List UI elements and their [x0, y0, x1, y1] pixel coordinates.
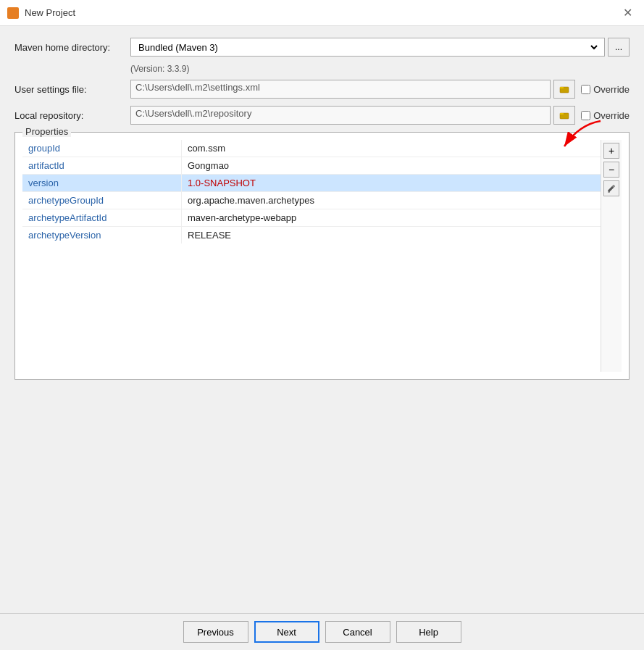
properties-actions: + −: [601, 140, 622, 372]
edit-property-button[interactable]: [603, 180, 619, 196]
next-button[interactable]: Next: [254, 621, 319, 643]
table-row[interactable]: archetypeGroupId org.apache.maven.archet…: [22, 192, 601, 209]
user-settings-override-label: Override: [581, 84, 630, 95]
local-repo-row: Local repository: C:\Users\dell\.m2\repo…: [14, 106, 630, 125]
prop-value-artifactid: Gongmao: [182, 157, 601, 174]
prop-value-groupid: com.ssm: [182, 140, 601, 157]
maven-home-row: Maven home directory: Bundled (Maven 3) …: [14, 38, 630, 57]
prop-key-artifactid: artifactId: [22, 157, 182, 174]
svg-rect-1: [560, 87, 564, 88]
cancel-button[interactable]: Cancel: [325, 621, 390, 643]
local-repo-controls: C:\Users\dell\.m2\repository Override: [130, 106, 630, 125]
properties-legend: Properties: [22, 126, 71, 137]
help-button[interactable]: Help: [396, 621, 461, 643]
folder-icon-2: [559, 110, 569, 120]
remove-property-button[interactable]: −: [603, 162, 619, 178]
dialog-icon: [7, 7, 19, 19]
user-settings-row: User settings file: C:\Users\dell\.m2\se…: [14, 80, 630, 99]
maven-version-text: (Version: 3.3.9): [130, 64, 630, 74]
maven-home-controls: Bundled (Maven 3) Use Maven wrapper Cust…: [130, 38, 630, 57]
maven-home-label: Maven home directory:: [14, 42, 130, 53]
user-settings-path: C:\Users\dell\.m2\settings.xml: [130, 80, 551, 99]
prop-key-archetypegroupid: archetypeGroupId: [22, 192, 182, 209]
add-property-button[interactable]: +: [603, 143, 619, 159]
prop-key-archetypeartifactid: archetypeArtifactId: [22, 209, 182, 226]
properties-section: Properties groupId com.ssm artifactId Go…: [14, 132, 630, 380]
user-settings-browse-button[interactable]: [553, 80, 575, 99]
folder-icon: [559, 84, 569, 94]
properties-wrapper: Properties groupId com.ssm artifactId Go…: [14, 132, 630, 380]
title-bar: New Project ✕: [0, 0, 644, 26]
previous-button[interactable]: Previous: [183, 621, 248, 643]
svg-rect-3: [560, 113, 564, 114]
table-row[interactable]: artifactId Gongmao: [22, 157, 601, 175]
local-repo-override-checkbox[interactable]: [581, 111, 590, 120]
dialog-content: Maven home directory: Bundled (Maven 3) …: [0, 26, 644, 613]
close-button[interactable]: ✕: [619, 4, 637, 21]
dialog-footer: Previous Next Cancel Help: [0, 613, 644, 650]
user-settings-override-checkbox[interactable]: [581, 85, 590, 94]
maven-home-select[interactable]: Bundled (Maven 3) Use Maven wrapper Cust…: [135, 41, 600, 54]
properties-table: groupId com.ssm artifactId Gongmao versi…: [22, 140, 601, 372]
table-row[interactable]: archetypeVersion RELEASE: [22, 227, 601, 243]
prop-value-version: 1.0-SNAPSHOT: [182, 175, 601, 191]
prop-value-archetypegroupid: org.apache.maven.archetypes: [182, 192, 601, 209]
table-row[interactable]: version 1.0-SNAPSHOT: [22, 175, 601, 192]
local-repo-browse-button[interactable]: [553, 106, 575, 125]
user-settings-label: User settings file:: [14, 84, 130, 95]
edit-icon: [606, 183, 616, 193]
user-settings-controls: C:\Users\dell\.m2\settings.xml Override: [130, 80, 630, 99]
prop-value-archetypeversion: RELEASE: [182, 227, 601, 243]
dialog-title: New Project: [25, 7, 613, 18]
prop-key-version: version: [22, 175, 182, 191]
maven-home-browse-button[interactable]: ...: [608, 38, 630, 57]
local-repo-override-label: Override: [581, 110, 630, 121]
local-repo-path: C:\Users\dell\.m2\repository: [130, 106, 551, 125]
local-repo-label: Local repository:: [14, 110, 130, 121]
prop-key-archetypeversion: archetypeVersion: [22, 227, 182, 243]
table-row[interactable]: groupId com.ssm: [22, 140, 601, 157]
properties-body: groupId com.ssm artifactId Gongmao versi…: [22, 140, 622, 372]
table-row[interactable]: archetypeArtifactId maven-archetype-weba…: [22, 209, 601, 227]
prop-value-archetypeartifactid: maven-archetype-webapp: [182, 209, 601, 226]
prop-key-groupid: groupId: [22, 140, 182, 157]
maven-home-select-box[interactable]: Bundled (Maven 3) Use Maven wrapper Cust…: [130, 38, 605, 57]
